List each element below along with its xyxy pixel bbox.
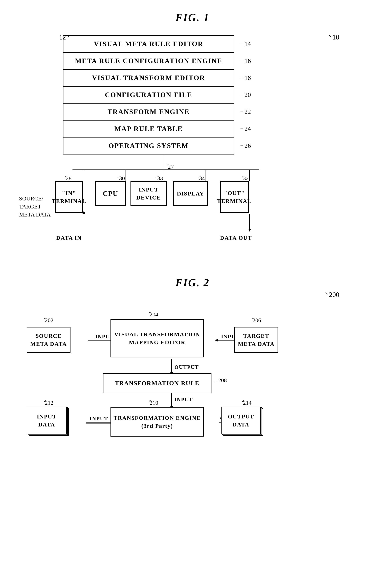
- page: FIG. 1 12 10 VISUAL META RULE EDITOR: [0, 0, 385, 588]
- svg-text:208: 208: [218, 377, 227, 383]
- stack-row-3: VISUAL TRANSFORM EDITOR − 18: [63, 70, 234, 86]
- svg-text:210: 210: [150, 399, 158, 406]
- source-target-label: SOURCE/TARGETMETA DATA: [19, 194, 51, 219]
- svg-text:27: 27: [168, 163, 174, 170]
- stack-row-6: MAP RULE TABLE − 24: [63, 121, 234, 138]
- data-out-label: DATA OUT: [220, 235, 252, 241]
- input-data-container: INPUTDATA: [27, 407, 67, 434]
- output-data-box: OUTPUTDATA: [221, 407, 261, 434]
- stack-row-7-text: OPERATING SYSTEM: [109, 142, 189, 150]
- svg-marker-11: [83, 211, 85, 214]
- stack-row-2-num: − 16: [240, 57, 251, 64]
- data-in-label: DATA IN: [56, 235, 82, 241]
- label-10: 10: [327, 33, 339, 41]
- transformation-rule-box: TRANSFORMATION RULE: [103, 373, 212, 393]
- fig2-title: FIG. 2: [15, 276, 370, 289]
- svg-marker-13: [249, 229, 251, 232]
- stack-row-4: CONFIGURATION FILE − 20: [63, 86, 234, 104]
- hardware-diagram: 27: [15, 154, 370, 254]
- fig2-diagram: INPUT INPUT OUTPUT INPUT: [15, 300, 370, 481]
- stack-row-1: VISUAL META RULE EDITOR − 14: [63, 36, 234, 53]
- stack-container: VISUAL META RULE EDITOR − 14 META RULE C…: [63, 35, 234, 154]
- stack-row-2: META RULE CONFIGURATION ENGINE − 16: [63, 53, 234, 70]
- stack-row-5-num: − 22: [240, 108, 251, 115]
- stack-row-3-text: VISUAL TRANSFORM EDITOR: [92, 74, 205, 82]
- cpu-box: CPU: [95, 181, 126, 206]
- stack-row-5: TRANSFORM ENGINE − 22: [63, 104, 234, 121]
- stack-row-7: OPERATING SYSTEM − 26: [63, 138, 234, 154]
- stack-row-4-num: − 20: [240, 91, 251, 98]
- in-terminal-box: "IN"TERMINAL: [55, 181, 83, 213]
- stack-box: VISUAL META RULE EDITOR − 14 META RULE C…: [63, 35, 234, 154]
- output-data-container: OUTPUTDATA: [221, 407, 261, 434]
- transformation-engine-box: TRANSFORMATION ENGINE(3rd Party): [111, 407, 204, 437]
- stack-row-1-text: VISUAL META RULE EDITOR: [94, 40, 203, 48]
- svg-text:202: 202: [45, 317, 54, 323]
- svg-text:OUTPUT: OUTPUT: [174, 364, 199, 370]
- stack-row-3-num: − 18: [240, 74, 251, 82]
- stack-row-6-text: MAP RULE TABLE: [115, 125, 183, 133]
- svg-text:INPUT: INPUT: [90, 416, 108, 421]
- stack-row-5-text: TRANSFORM ENGINE: [107, 108, 190, 116]
- input-device-box: INPUTDEVICE: [131, 181, 167, 206]
- target-meta-data-box: TARGETMETA DATA: [234, 327, 278, 353]
- stack-row-6-num: − 24: [240, 125, 251, 132]
- label-200: 200: [323, 291, 339, 299]
- stack-row-7-num: − 26: [240, 142, 251, 149]
- svg-text:204: 204: [150, 311, 158, 317]
- svg-text:214: 214: [243, 399, 252, 406]
- svg-text:206: 206: [253, 317, 261, 323]
- fig1-title: FIG. 1: [15, 11, 370, 24]
- out-terminal-box: "OUT"TERMINAL: [220, 181, 249, 213]
- stack-row-2-text: META RULE CONFIGURATION ENGINE: [75, 57, 222, 65]
- svg-text:212: 212: [45, 399, 54, 406]
- stack-row-4-text: CONFIGURATION FILE: [105, 91, 192, 99]
- stack-row-1-num: − 14: [240, 40, 251, 47]
- display-box: DISPLAY: [173, 181, 208, 206]
- input-data-box: INPUTDATA: [27, 407, 67, 434]
- vtm-editor-box: VISUAL TRANSFORMATIONMAPPING EDITOR: [111, 319, 204, 357]
- svg-text:INPUT: INPUT: [174, 397, 193, 402]
- source-meta-data-box: SOURCEMETA DATA: [27, 327, 71, 353]
- fig2-section: FIG. 2 200 INPUT INPUT: [15, 276, 370, 481]
- svg-marker-23: [215, 339, 218, 342]
- fig1-section: FIG. 1 12 10 VISUAL META RULE EDITOR: [15, 11, 370, 254]
